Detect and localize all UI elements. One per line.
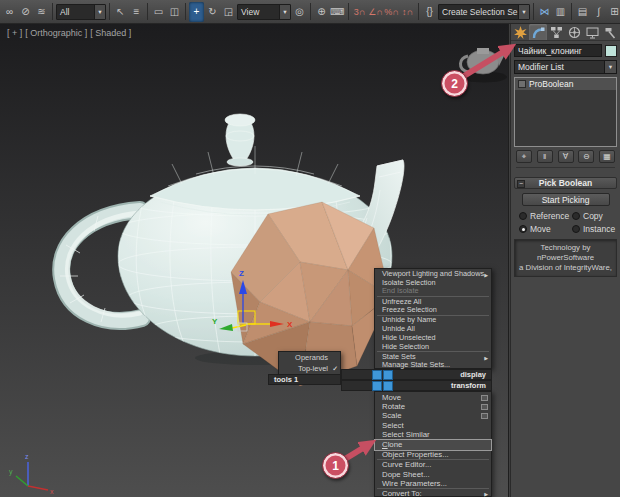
angle-snap-icon[interactable]: ∠∩ bbox=[368, 2, 383, 22]
radio-dot[interactable] bbox=[519, 212, 527, 220]
main-toolbar: ∞ ⊘ ≋ All ▼ ↖ ≡ ▭ ◫ + ↻ ◲ View ▼ ◎ ⊕ ⌨ 3… bbox=[0, 0, 620, 24]
menu-item-end-isolate: End Isolate bbox=[375, 287, 491, 296]
viewport-label: [ + ][ Orthographic ][ Shaded ] bbox=[7, 28, 134, 38]
menu-item-object-properties[interactable]: Object Properties... bbox=[375, 450, 491, 459]
world-axis-x-label: x bbox=[50, 488, 54, 495]
item-settings-icon[interactable] bbox=[481, 404, 488, 410]
menu-item-operands[interactable]: Operands bbox=[279, 352, 340, 363]
tab-modify[interactable] bbox=[529, 24, 547, 40]
viewport-menu-plus[interactable]: [ + ] bbox=[7, 28, 22, 38]
world-axis-y-label: y bbox=[9, 468, 13, 476]
dropdown-arrow-icon[interactable]: ▼ bbox=[604, 61, 616, 73]
radio-reference[interactable]: Reference bbox=[519, 210, 572, 221]
use-pivot-point-center-icon[interactable]: ◎ bbox=[292, 2, 307, 22]
object-name-row bbox=[514, 44, 617, 57]
modifier-stack[interactable]: ProBoolean bbox=[514, 77, 617, 147]
tab-display[interactable] bbox=[584, 24, 602, 40]
pin-stack-button[interactable]: ⌖ bbox=[516, 150, 532, 163]
checkmark-icon: ✓ bbox=[332, 363, 338, 374]
menu-item-clone[interactable]: Clone bbox=[375, 440, 491, 449]
menu-item-freeze-selection[interactable]: Freeze Selection bbox=[375, 306, 491, 315]
menu-item-top-level[interactable]: Top-level✓ bbox=[279, 363, 340, 374]
menu-item-rotate[interactable]: Rotate bbox=[375, 402, 491, 411]
unlink-selection-icon[interactable]: ⊘ bbox=[18, 2, 33, 22]
radio-move[interactable]: Move bbox=[519, 223, 572, 234]
select-and-move-icon[interactable]: + bbox=[189, 2, 204, 22]
item-settings-icon[interactable] bbox=[481, 413, 488, 419]
tab-motion[interactable] bbox=[566, 24, 584, 40]
menu-item-scale[interactable]: Scale bbox=[375, 411, 491, 420]
radio-dot[interactable] bbox=[572, 212, 580, 220]
start-picking-button[interactable]: Start Picking bbox=[522, 193, 610, 206]
rectangular-selection-region-icon[interactable]: ▭ bbox=[151, 2, 166, 22]
keyboard-shortcut-override-icon[interactable]: ⌨ bbox=[330, 2, 345, 22]
modifier-list-dropdown[interactable]: Modifier List ▼ bbox=[514, 60, 617, 74]
radio-instance[interactable]: Instance bbox=[572, 223, 618, 234]
tab-hierarchy[interactable] bbox=[547, 24, 565, 40]
select-and-manipulate-icon[interactable]: ⊕ bbox=[314, 2, 329, 22]
bind-to-space-warp-icon[interactable]: ≋ bbox=[34, 2, 49, 22]
tab-utilities[interactable] bbox=[602, 24, 620, 40]
dropdown-arrow-icon[interactable]: ▼ bbox=[279, 5, 290, 19]
selection-filter-dropdown[interactable]: All ▼ bbox=[56, 4, 106, 20]
clone-method-radios: Reference Copy Move Instance bbox=[513, 209, 618, 235]
viewport-shading-label[interactable]: [ Shaded ] bbox=[90, 28, 131, 38]
select-by-name-icon[interactable]: ≡ bbox=[129, 2, 144, 22]
select-object-icon[interactable]: ↖ bbox=[113, 2, 128, 22]
modifier-stack-row-proboolean[interactable]: ProBoolean bbox=[515, 78, 616, 90]
tab-create[interactable] bbox=[511, 24, 529, 40]
submenu-arrow-icon: ▶ bbox=[484, 490, 488, 497]
quad-indicator-square bbox=[383, 370, 393, 380]
percent-snap-icon[interactable]: %∩ bbox=[384, 2, 399, 22]
select-and-rotate-icon[interactable]: ↻ bbox=[205, 2, 220, 22]
quad-indicator-square bbox=[383, 381, 393, 391]
curve-editor-icon[interactable]: ∫ bbox=[591, 2, 606, 22]
remove-modifier-button[interactable]: ⊖ bbox=[578, 150, 594, 163]
toolbar-separator bbox=[571, 3, 572, 20]
named-selection-set-dropdown[interactable]: Create Selection Se ▼ bbox=[438, 4, 530, 20]
quad-indicator-square bbox=[372, 381, 382, 391]
select-and-scale-icon[interactable]: ◲ bbox=[221, 2, 236, 22]
callout-circle-2: 2 bbox=[441, 70, 468, 97]
menu-item-hide-selection[interactable]: Hide Selection bbox=[375, 343, 491, 352]
hierarchy-linked-boxes-icon bbox=[550, 26, 563, 39]
callout-circle-1: 1 bbox=[322, 452, 349, 479]
object-name-field[interactable] bbox=[514, 44, 602, 57]
radio-dot-selected[interactable] bbox=[519, 225, 527, 233]
select-and-link-icon[interactable]: ∞ bbox=[2, 2, 17, 22]
reference-coordinate-dropdown[interactable]: View ▼ bbox=[237, 4, 291, 20]
dropdown-arrow-icon[interactable]: ▼ bbox=[518, 5, 529, 19]
edit-named-selection-sets-icon[interactable]: {} bbox=[422, 2, 437, 22]
configure-modifier-sets-button[interactable]: ▦ bbox=[599, 150, 615, 163]
dropdown-arrow-icon[interactable]: ▼ bbox=[94, 5, 105, 19]
schematic-view-icon[interactable]: ⊞ bbox=[607, 2, 620, 22]
menu-item-convert-to[interactable]: Convert To:▶ bbox=[375, 489, 491, 497]
radio-copy[interactable]: Copy bbox=[572, 210, 618, 221]
quad-menu-left: Operands Top-level✓ bbox=[278, 351, 341, 375]
snap-toggle-3d-icon[interactable]: 3∩ bbox=[352, 2, 367, 22]
show-end-result-button[interactable]: ‖ bbox=[537, 150, 553, 163]
modifier-stack-toolbar: ⌖ ‖ ∀ ⊖ ▦ bbox=[516, 150, 615, 168]
make-unique-button[interactable]: ∀ bbox=[558, 150, 574, 163]
menu-item-select[interactable]: Select bbox=[375, 421, 491, 430]
toolbar-separator bbox=[185, 3, 186, 20]
menu-item-curve-editor[interactable]: Curve Editor... bbox=[375, 460, 491, 469]
menu-item-wire-parameters[interactable]: Wire Parameters... bbox=[375, 479, 491, 488]
menu-item-select-similar[interactable]: Select Similar bbox=[375, 430, 491, 439]
radio-dot[interactable] bbox=[572, 225, 580, 233]
object-color-swatch[interactable] bbox=[605, 45, 617, 57]
technology-info-box: Technology by nPowerSoftware a Division … bbox=[514, 239, 617, 277]
menu-item-dope-sheet[interactable]: Dope Sheet... bbox=[375, 470, 491, 479]
rollout-collapse-icon[interactable]: − bbox=[517, 180, 525, 188]
menu-item-move[interactable]: Move bbox=[375, 393, 491, 402]
pick-boolean-rollout-header[interactable]: − Pick Boolean bbox=[514, 177, 617, 189]
align-icon[interactable]: ▥ bbox=[553, 2, 568, 22]
viewport-pov-label[interactable]: [ Orthographic ] bbox=[25, 28, 87, 38]
spinner-snap-icon[interactable]: ↕∩ bbox=[400, 2, 415, 22]
layer-manager-icon[interactable]: ▤ bbox=[575, 2, 590, 22]
mirror-icon[interactable]: ⋈ bbox=[537, 2, 552, 22]
toolbar-separator bbox=[418, 3, 419, 20]
window-crossing-icon[interactable]: ◫ bbox=[167, 2, 182, 22]
item-settings-icon[interactable] bbox=[481, 395, 488, 401]
quad-menu-transform: Move Rotate Scale Select Select Similar … bbox=[374, 391, 492, 497]
